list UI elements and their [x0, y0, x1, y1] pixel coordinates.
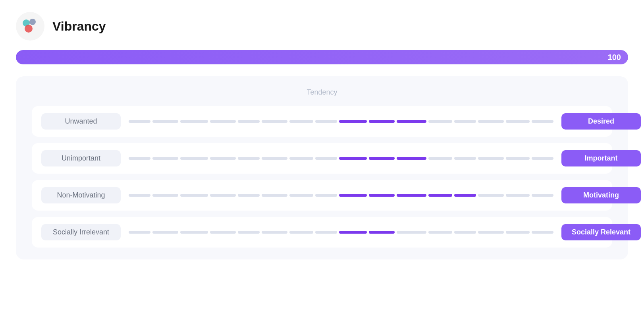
- segment-3-11: [428, 194, 452, 197]
- segment-4-15: [532, 231, 553, 234]
- segment-3-9: [369, 194, 395, 197]
- left-label-3: Non-Motivating: [41, 187, 121, 203]
- segment-2-5: [262, 157, 287, 160]
- progress-bar-container: 100: [16, 50, 628, 64]
- segment-1-9: [369, 120, 395, 123]
- right-label-1: Desired: [561, 113, 641, 130]
- app-logo: [16, 12, 44, 41]
- segment-3-8: [339, 194, 367, 197]
- segment-3-6: [289, 194, 313, 197]
- segment-1-14: [506, 120, 530, 123]
- segment-2-14: [506, 157, 530, 160]
- segment-2-1: [152, 157, 178, 160]
- segment-4-1: [152, 231, 178, 234]
- segment-2-11: [428, 157, 452, 160]
- segment-2-3: [210, 157, 236, 160]
- slider-track-1[interactable]: [129, 116, 553, 127]
- segment-1-2: [180, 120, 208, 123]
- slider-row-2: UnimportantImportant: [32, 143, 612, 174]
- app-title: Vibrancy: [52, 19, 106, 34]
- tendency-card: Tendency UnwantedDesiredUnimportantImpor…: [16, 76, 628, 259]
- right-label-2: Important: [561, 150, 641, 166]
- slider-track-2[interactable]: [129, 153, 553, 164]
- slider-row-4: Socially IrrelevantSocially Relevant: [32, 217, 612, 248]
- segment-4-4: [238, 231, 260, 234]
- segment-1-8: [339, 120, 367, 123]
- segment-2-0: [129, 157, 150, 160]
- segment-1-11: [428, 120, 452, 123]
- right-label-4: Socially Relevant: [561, 224, 641, 240]
- tendency-label: Tendency: [32, 88, 612, 97]
- slider-track-4[interactable]: [129, 227, 553, 238]
- segment-2-4: [238, 157, 260, 160]
- right-label-3: Motivating: [561, 187, 641, 203]
- segment-3-5: [262, 194, 287, 197]
- app-header: Vibrancy: [16, 12, 628, 41]
- segment-3-3: [210, 194, 236, 197]
- segment-4-8: [339, 231, 367, 234]
- segment-1-10: [397, 120, 426, 123]
- segment-2-8: [339, 157, 367, 160]
- segment-4-6: [289, 231, 313, 234]
- segment-3-4: [238, 194, 260, 197]
- segment-4-12: [454, 231, 476, 234]
- segment-4-11: [428, 231, 452, 234]
- svg-point-2: [25, 25, 33, 33]
- segment-4-7: [315, 231, 337, 234]
- left-label-1: Unwanted: [41, 113, 121, 130]
- segment-4-5: [262, 231, 287, 234]
- segment-4-9: [369, 231, 395, 234]
- segment-2-9: [369, 157, 395, 160]
- segment-3-13: [478, 194, 504, 197]
- segment-3-0: [129, 194, 150, 197]
- segment-3-15: [532, 194, 553, 197]
- segment-4-2: [180, 231, 208, 234]
- segment-4-3: [210, 231, 236, 234]
- segment-2-6: [289, 157, 313, 160]
- slider-row-3: Non-MotivatingMotivating: [32, 180, 612, 211]
- segment-3-2: [180, 194, 208, 197]
- svg-point-1: [29, 19, 36, 25]
- left-label-4: Socially Irrelevant: [41, 224, 121, 240]
- progress-bar-fill: 100: [16, 50, 628, 64]
- progress-value: 100: [608, 53, 621, 62]
- segment-2-2: [180, 157, 208, 160]
- segment-1-12: [454, 120, 476, 123]
- segment-3-10: [397, 194, 426, 197]
- segment-1-5: [262, 120, 287, 123]
- segment-1-7: [315, 120, 337, 123]
- segment-1-3: [210, 120, 236, 123]
- segment-1-15: [532, 120, 553, 123]
- segment-1-6: [289, 120, 313, 123]
- segment-3-14: [506, 194, 530, 197]
- left-label-2: Unimportant: [41, 150, 121, 166]
- segment-1-13: [478, 120, 504, 123]
- segment-2-12: [454, 157, 476, 160]
- segment-4-10: [397, 231, 426, 234]
- segment-1-4: [238, 120, 260, 123]
- segment-2-15: [532, 157, 553, 160]
- segment-2-13: [478, 157, 504, 160]
- segment-3-12: [454, 194, 476, 197]
- segment-2-10: [397, 157, 426, 160]
- slider-track-3[interactable]: [129, 190, 553, 201]
- segment-4-13: [478, 231, 504, 234]
- segment-1-1: [152, 120, 178, 123]
- segment-3-1: [152, 194, 178, 197]
- segment-4-0: [129, 231, 150, 234]
- slider-row-1: UnwantedDesired: [32, 106, 612, 137]
- segment-4-14: [506, 231, 530, 234]
- segment-1-0: [129, 120, 150, 123]
- segment-2-7: [315, 157, 337, 160]
- segment-3-7: [315, 194, 337, 197]
